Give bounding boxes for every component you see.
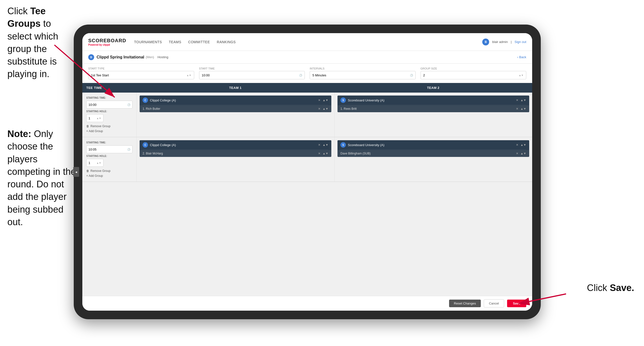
reset-changes-button[interactable]: Reset Changes (449, 300, 481, 307)
starting-hole-input-1[interactable]: 1 ▲▼ (86, 114, 104, 122)
player-remove-2-2[interactable]: ✕ (516, 152, 518, 155)
player-sort-1-1[interactable]: ▲▼ (322, 107, 328, 110)
settings-bar: Start Type 1st Tee Start ▲▼ Start Time 1… (82, 64, 532, 83)
team1-sort-icon-2[interactable]: ▲▼ (322, 143, 328, 147)
click-save-label: Click Save. (587, 283, 634, 293)
remove-group-button-2[interactable]: 🗑 Remove Group (86, 169, 132, 173)
nav-separator: | (511, 40, 512, 44)
save-button[interactable]: Save (507, 300, 526, 307)
group-size-label: Group Size (420, 67, 526, 70)
start-time-icon: 🕐 (299, 74, 302, 77)
team1-name-2: Clippd College (A) (150, 143, 318, 147)
start-type-label: Start Type (88, 67, 194, 70)
player-name-1-1: 1. Rich Butler (142, 107, 318, 110)
back-button[interactable]: ‹ Back (517, 55, 526, 59)
team1-card-2: C Clippd College (A) ✕ ▲▼ 2. Blair McHar… (140, 140, 331, 157)
save-bold: Save. (610, 283, 634, 293)
th-team2: Team 2 (334, 83, 532, 93)
nav-links: TOURNAMENTS TEAMS COMMITTEE RANKINGS (134, 39, 482, 45)
start-time-input[interactable]: 10:00 🕐 (199, 71, 305, 79)
group-size-input[interactable]: 2 ▲▼ (420, 71, 526, 79)
intervals-input[interactable]: 5 Minutes 🕐 (310, 71, 416, 79)
tee-groups-bold: Tee Groups (7, 6, 46, 29)
player-row-1-1: 1. Rich Butler ✕ ▲▼ (140, 105, 331, 112)
start-type-input[interactable]: 1st Tee Start ▲▼ (88, 71, 194, 79)
player-remove-1-1[interactable]: ✕ (318, 107, 320, 110)
intervals-label: Intervals (310, 67, 416, 70)
th-tee-time: Tee Time (82, 83, 136, 93)
team1-controls-1: ✕ ▲▼ (318, 98, 328, 102)
group-row-2: STARTING TIME: 10:05 🕐 STARTING HOLE: 1 … (82, 137, 532, 182)
team2-name-1: Scoreboard University (A) (348, 98, 516, 102)
player-sort-1-2[interactable]: ▲▼ (322, 152, 328, 155)
starting-time-input-2[interactable]: 10:05 🕐 (86, 145, 132, 153)
player-row-1-2: 2. Blair McHarg ✕ ▲▼ (140, 150, 331, 157)
team2-sort-icon-1[interactable]: ▲▼ (520, 98, 526, 102)
sign-out-link[interactable]: Sign out (514, 40, 526, 44)
tablet-frame: ◀ SCOREBOARD Powered by clippd TOURNAMEN… (74, 24, 541, 319)
avatar: B (482, 38, 489, 45)
team1-sort-icon-1[interactable]: ▲▼ (322, 98, 328, 102)
logo-area: SCOREBOARD Powered by clippd (88, 38, 126, 46)
player-sort-2-1[interactable]: ▲▼ (520, 107, 526, 110)
table-header: Tee Time Team 1 Team 2 (82, 83, 532, 93)
starting-time-label-1: STARTING TIME: (86, 96, 132, 99)
starting-time-input-1[interactable]: 10:00 🕐 (86, 101, 132, 108)
team1-name-1: Clippd College (A) (150, 98, 318, 102)
groups-container: STARTING TIME: 10:00 🕐 STARTING HOLE: 1 … (82, 93, 532, 296)
start-time-group: Start Time 10:00 🕐 (199, 67, 305, 79)
breadcrumb-gender: (Men) (146, 55, 154, 59)
player-row-2-1: 1. Rees Britt ✕ ▲▼ (338, 105, 529, 112)
time-controls-1: STARTING TIME: 10:00 🕐 STARTING HOLE: 1 … (82, 93, 136, 137)
nav-committee[interactable]: COMMITTEE (188, 39, 210, 45)
starting-hole-label-2: STARTING HOLE: (86, 155, 132, 157)
starting-time-label-2: STARTING TIME: (86, 141, 132, 144)
nav-rankings[interactable]: RANKINGS (217, 39, 236, 45)
nav-teams[interactable]: TEAMS (169, 39, 182, 45)
team2-header-2[interactable]: S Scoreboard University (A) ✕ ▲▼ (338, 140, 529, 150)
tablet-side-button[interactable]: ◀ (73, 167, 79, 177)
add-group-button-2[interactable]: + Add Group (86, 174, 132, 178)
team1-controls-2: ✕ ▲▼ (318, 143, 328, 147)
team1-cell-2: C Clippd College (A) ✕ ▲▼ 2. Blair McHar… (136, 137, 334, 181)
remove-group-button-1[interactable]: 🗑 Remove Group (86, 124, 132, 128)
team1-remove-icon-1[interactable]: ✕ (318, 98, 320, 102)
team2-header-1[interactable]: S Scoreboard University (A) ✕ ▲▼ (338, 95, 529, 105)
starting-hole-label-1: STARTING HOLE: (86, 110, 132, 113)
instruction-top: Click Tee Groups to select which group t… (0, 0, 79, 85)
team1-cell-1: C Clippd College (A) ✕ ▲▼ 1. Rich Butler (136, 93, 334, 137)
team2-avatar-2: S (340, 142, 346, 148)
team2-remove-icon-2[interactable]: ✕ (516, 143, 518, 147)
breadcrumb-title: Clippd Spring Invitational (96, 55, 144, 59)
team1-remove-icon-2[interactable]: ✕ (318, 143, 320, 147)
logo-scoreboard: SCOREBOARD (88, 38, 126, 43)
team2-name-2: Scoreboard University (A) (348, 143, 516, 147)
team1-avatar-1: C (142, 97, 148, 103)
team2-card-2: S Scoreboard University (A) ✕ ▲▼ Dave Bi… (338, 140, 529, 157)
group-size-group: Group Size 2 ▲▼ (420, 67, 526, 79)
team2-controls-2: ✕ ▲▼ (516, 143, 526, 147)
bottom-bar: Reset Changes Cancel Save (82, 296, 532, 311)
team2-card-1: S Scoreboard University (A) ✕ ▲▼ 1. Rees… (338, 95, 529, 112)
team1-header-1[interactable]: C Clippd College (A) ✕ ▲▼ (140, 95, 331, 105)
user-name: blair admin (492, 40, 508, 44)
breadcrumb-icon: B (88, 54, 94, 60)
intervals-icon: 🕐 (410, 74, 413, 77)
starting-hole-input-2[interactable]: 1 ▲▼ (86, 159, 104, 167)
nav-tournaments[interactable]: TOURNAMENTS (134, 39, 162, 45)
player-name-2-2: Dave Billingham (SUB) (340, 152, 516, 155)
add-group-button-1[interactable]: + Add Group (86, 129, 132, 133)
time-icon-1: 🕐 (127, 103, 130, 106)
player-sort-2-2[interactable]: ▲▼ (520, 152, 526, 155)
team2-controls-1: ✕ ▲▼ (516, 98, 526, 102)
team1-header-2[interactable]: C Clippd College (A) ✕ ▲▼ (140, 140, 331, 150)
start-time-label: Start Time (199, 67, 305, 70)
top-nav: SCOREBOARD Powered by clippd TOURNAMENTS… (82, 33, 532, 51)
team2-avatar-1: S (340, 97, 346, 103)
team2-remove-icon-1[interactable]: ✕ (516, 98, 518, 102)
cancel-button[interactable]: Cancel (484, 299, 504, 308)
player-remove-1-2[interactable]: ✕ (318, 152, 320, 155)
player-remove-2-1[interactable]: ✕ (516, 107, 518, 110)
team2-cell-2: S Scoreboard University (A) ✕ ▲▼ Dave Bi… (334, 137, 532, 181)
team2-sort-icon-2[interactable]: ▲▼ (520, 143, 526, 147)
